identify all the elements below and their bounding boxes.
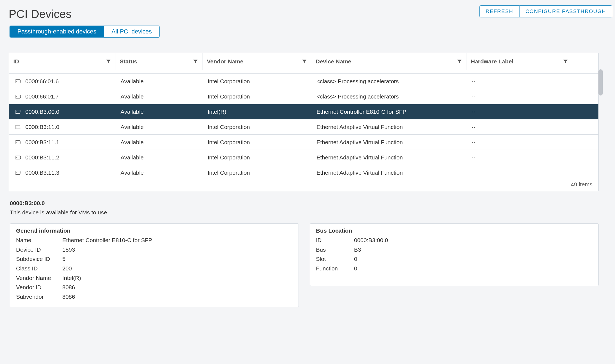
filter-icon[interactable] bbox=[106, 59, 111, 64]
cell-vendor: Intel Corporation bbox=[202, 93, 311, 100]
table-row[interactable]: 0000:B3:11.0AvailableIntel CorporationEt… bbox=[9, 119, 598, 135]
value-bus-id: 0000:B3:00.0 bbox=[354, 236, 592, 245]
label-subvendor: Subvendor bbox=[16, 292, 60, 302]
detail-title-id: 0000:B3:00.0 bbox=[10, 200, 599, 206]
filter-icon[interactable] bbox=[563, 59, 568, 64]
general-info-card: General information Name Ethernet Contro… bbox=[10, 223, 299, 307]
filter-icon[interactable] bbox=[457, 59, 462, 64]
cell-device: <class> Processing accelerators bbox=[311, 78, 466, 85]
pci-device-icon bbox=[16, 94, 21, 99]
col-header-label: Hardware Label bbox=[471, 58, 513, 65]
cell-device: Ethernet Controller E810-C for SFP bbox=[311, 109, 466, 115]
cell-hw: -- bbox=[466, 124, 572, 130]
vertical-scrollbar[interactable] bbox=[598, 69, 603, 95]
pci-device-icon bbox=[16, 109, 21, 114]
grid-body[interactable]: 0000:66:01.6AvailableIntel Corporation<c… bbox=[9, 70, 598, 178]
col-header-label: Status bbox=[120, 58, 137, 65]
label-slot: Slot bbox=[316, 254, 351, 264]
partial-row-top bbox=[9, 70, 598, 74]
card-title: Bus Location bbox=[316, 227, 592, 234]
value-vendor-id: 8086 bbox=[62, 283, 293, 292]
cell-id-text: 0000:B3:00.0 bbox=[25, 109, 59, 115]
label-function: Function bbox=[316, 264, 351, 273]
cell-id: 0000:B3:11.2 bbox=[9, 154, 115, 161]
cell-hw: -- bbox=[466, 139, 572, 146]
svg-point-29 bbox=[16, 157, 17, 158]
svg-rect-15 bbox=[16, 125, 20, 129]
label-class-id: Class ID bbox=[16, 264, 60, 273]
cell-status: Available bbox=[115, 109, 202, 115]
card-title: General information bbox=[16, 227, 293, 234]
table-row[interactable]: 0000:66:01.7AvailableIntel Corporation<c… bbox=[9, 89, 598, 104]
cell-vendor: Intel Corporation bbox=[202, 154, 311, 161]
cell-device: Ethernet Adaptive Virtual Function bbox=[311, 169, 466, 176]
value-function: 0 bbox=[354, 264, 592, 273]
cell-status: Available bbox=[115, 124, 202, 130]
cell-vendor: Intel Corporation bbox=[202, 169, 311, 176]
cell-hw: -- bbox=[466, 109, 572, 115]
cell-device: Ethernet Adaptive Virtual Function bbox=[311, 139, 466, 146]
grid-footer-count: 49 items bbox=[9, 178, 598, 191]
col-header-id[interactable]: ID bbox=[9, 53, 115, 70]
svg-point-9 bbox=[16, 96, 17, 97]
cell-hw: -- bbox=[466, 154, 572, 161]
cell-hw: -- bbox=[466, 169, 572, 176]
label-subdevice-id: Subdevice ID bbox=[16, 254, 60, 264]
svg-rect-5 bbox=[16, 95, 20, 98]
cell-vendor: Intel(R) bbox=[202, 109, 311, 115]
svg-point-19 bbox=[16, 127, 17, 127]
svg-rect-20 bbox=[16, 140, 20, 144]
tab-all-pci-devices[interactable]: All PCI devices bbox=[104, 26, 159, 37]
table-row[interactable]: 0000:66:01.6AvailableIntel Corporation<c… bbox=[9, 74, 598, 89]
table-row[interactable]: 0000:B3:11.3AvailableIntel CorporationEt… bbox=[9, 165, 598, 178]
svg-rect-0 bbox=[16, 79, 20, 83]
label-bus-id: ID bbox=[316, 236, 351, 245]
page-title: PCI Devices bbox=[9, 8, 72, 21]
label-name: Name bbox=[16, 236, 60, 245]
col-header-vendor[interactable]: Vendor Name bbox=[202, 53, 311, 70]
device-details: 0000:B3:00.0 This device is available fo… bbox=[9, 200, 599, 307]
cell-id: 0000:B3:11.0 bbox=[9, 124, 115, 130]
cell-id: 0000:B3:00.0 bbox=[9, 109, 115, 115]
col-header-status[interactable]: Status bbox=[115, 53, 202, 70]
configure-passthrough-button[interactable]: CONFIGURE PASSTHROUGH bbox=[519, 5, 612, 17]
refresh-button[interactable]: REFRESH bbox=[479, 5, 519, 17]
cell-status: Available bbox=[115, 78, 202, 85]
cell-vendor: Intel Corporation bbox=[202, 124, 311, 130]
filter-icon[interactable] bbox=[302, 59, 307, 64]
col-header-label: ID bbox=[13, 58, 19, 65]
cell-hw: -- bbox=[466, 93, 572, 100]
cell-device: Ethernet Adaptive Virtual Function bbox=[311, 124, 466, 130]
col-header-device[interactable]: Device Name bbox=[311, 53, 466, 70]
pci-device-icon bbox=[16, 125, 21, 129]
cell-status: Available bbox=[115, 154, 202, 161]
label-bus: Bus bbox=[316, 245, 351, 255]
col-header-hw-label[interactable]: Hardware Label bbox=[466, 53, 572, 70]
table-row[interactable]: 0000:B3:00.0AvailableIntel(R)Ethernet Co… bbox=[9, 104, 598, 119]
label-device-id: Device ID bbox=[16, 245, 60, 255]
cell-status: Available bbox=[115, 169, 202, 176]
value-name: Ethernet Controller E810-C for SFP bbox=[62, 236, 293, 245]
cell-id-text: 0000:B3:11.0 bbox=[25, 124, 59, 130]
svg-rect-30 bbox=[16, 171, 20, 175]
cell-status: Available bbox=[115, 93, 202, 100]
value-slot: 0 bbox=[354, 254, 592, 264]
cell-status: Available bbox=[115, 139, 202, 146]
table-row[interactable]: 0000:B3:11.1AvailableIntel CorporationEt… bbox=[9, 135, 598, 150]
value-subdevice-id: 5 bbox=[62, 254, 293, 264]
value-class-id: 200 bbox=[62, 264, 293, 273]
svg-point-14 bbox=[16, 111, 17, 112]
cell-device: Ethernet Adaptive Virtual Function bbox=[311, 154, 466, 161]
svg-point-34 bbox=[16, 172, 17, 173]
cell-device: <class> Processing accelerators bbox=[311, 93, 466, 100]
svg-rect-25 bbox=[16, 156, 20, 159]
filter-icon[interactable] bbox=[193, 59, 198, 64]
grid-header: ID Status Vendor Name Device Name Hardwa… bbox=[9, 53, 598, 70]
value-subvendor: 8086 bbox=[62, 292, 293, 302]
value-device-id: 1593 bbox=[62, 245, 293, 255]
pci-device-icon bbox=[16, 140, 21, 145]
tab-passthrough-enabled[interactable]: Passthrough-enabled devices bbox=[10, 26, 104, 37]
table-row[interactable]: 0000:B3:11.2AvailableIntel CorporationEt… bbox=[9, 150, 598, 165]
device-filter-tabs: Passthrough-enabled devices All PCI devi… bbox=[10, 26, 160, 38]
pci-device-icon bbox=[16, 170, 21, 175]
